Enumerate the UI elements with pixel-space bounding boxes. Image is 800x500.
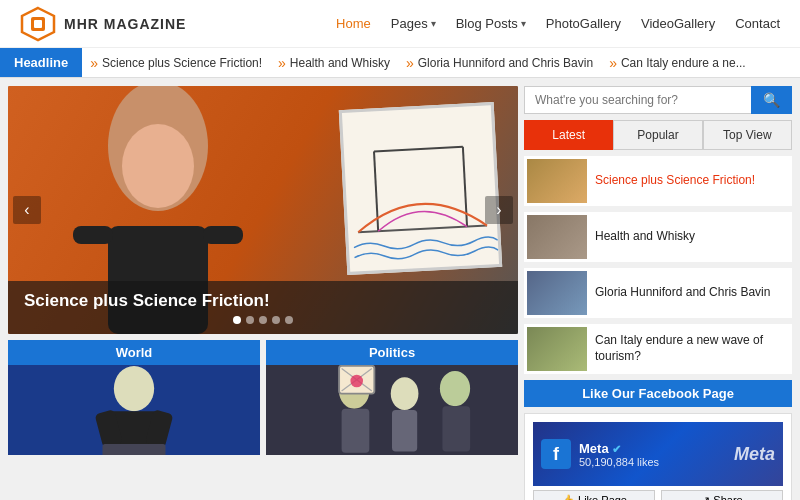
category-section: World Politics [8,340,518,455]
svg-rect-17 [103,444,166,455]
headline-label: Headline [0,48,82,77]
slider-dot-2[interactable] [246,316,254,324]
fb-page-name: Meta ✔ [579,441,659,456]
facebook-inner: f Meta ✔ 50,190,884 likes Meta [533,422,783,486]
blogposts-arrow-icon: ▾ [521,18,526,29]
fb-likes: 50,190,884 likes [579,456,659,468]
main-slider: ‹ › Science plus Science Friction! [8,86,518,334]
news-title-1[interactable]: Science plus Science Friction! [595,173,755,189]
slider-dot-1[interactable] [233,316,241,324]
svg-point-21 [391,377,419,410]
headline-item-1[interactable]: » Science plus Science Friction! [82,55,270,71]
logo-icon [20,6,56,42]
slider-overlay: Science plus Science Friction! [8,281,518,334]
cat-block-politics: Politics [266,340,518,455]
svg-rect-6 [73,226,113,244]
nav-contact[interactable]: Contact [735,16,780,31]
logo-text: MHR MAGAZINE [64,16,186,32]
logo-area: MHR MAGAZINE [20,6,186,42]
main-content: ‹ › Science plus Science Friction! World [0,78,800,500]
right-column: 🔍 Latest Popular Top View Science plus S… [518,86,792,492]
search-input[interactable] [524,86,751,114]
facebook-logo-icon: f [541,439,571,469]
slider-dot-3[interactable] [259,316,267,324]
nav-photo-gallery[interactable]: PhotoGallery [546,16,621,31]
slider-prev-button[interactable]: ‹ [13,196,41,224]
cat-block-world: World [8,340,260,455]
headline-items: » Science plus Science Friction! » Healt… [82,55,800,71]
facebook-box: f Meta ✔ 50,190,884 likes Meta 👍 Like Pa… [524,413,792,500]
facebook-meta: Meta ✔ 50,190,884 likes [579,441,659,468]
nav-home[interactable]: Home [336,16,371,31]
svg-point-4 [122,124,194,208]
news-item-4: Can Italy endure a new wave of tourism? [524,324,792,374]
facebook-share-button[interactable]: ↗ Share [661,490,783,500]
headline-sep-4: » [609,55,617,71]
slider-dot-5[interactable] [285,316,293,324]
drawing-svg [342,105,499,272]
slider-drawing [339,102,502,275]
svg-point-13 [114,366,154,411]
facebook-like-button[interactable]: 👍 Like Page [533,490,655,500]
pages-arrow-icon: ▾ [431,18,436,29]
cat-label-politics[interactable]: Politics [266,340,518,365]
tab-popular[interactable]: Popular [613,120,702,150]
search-box: 🔍 [524,86,792,114]
main-nav: Home Pages ▾ Blog Posts ▾ PhotoGallery V… [336,16,780,31]
sidebar-tabs: Latest Popular Top View [524,120,792,150]
svg-rect-20 [342,409,370,453]
nav-blog-posts[interactable]: Blog Posts ▾ [456,16,526,31]
fb-meta-wordmark: Meta [734,444,775,465]
slider-next-button[interactable]: › [485,196,513,224]
politics-image-svg [266,365,518,455]
news-title-3[interactable]: Gloria Hunniford and Chris Bavin [595,285,770,301]
facebook-section-label: Like Our Facebook Page [524,380,792,407]
news-thumb-3 [527,271,587,315]
svg-rect-22 [392,410,417,452]
headline-sep-3: » [406,55,414,71]
nav-video-gallery[interactable]: VideoGallery [641,16,715,31]
headline-item-2[interactable]: » Health and Whisky [270,55,398,71]
tab-top-view[interactable]: Top View [703,120,792,150]
news-title-2[interactable]: Health and Whisky [595,229,695,245]
news-thumb-4 [527,327,587,371]
header: MHR MAGAZINE Home Pages ▾ Blog Posts ▾ P… [0,0,800,48]
slider-title: Science plus Science Friction! [24,291,502,311]
headline-sep-1: » [90,55,98,71]
headline-sep-2: » [278,55,286,71]
headline-item-3[interactable]: » Gloria Hunniford and Chris Bavin [398,55,601,71]
headline-item-4[interactable]: » Can Italy endure a ne... [601,55,754,71]
news-item-1: Science plus Science Friction! [524,156,792,206]
svg-line-11 [374,147,463,152]
svg-point-23 [440,371,470,406]
svg-rect-7 [203,226,243,244]
facebook-actions: 👍 Like Page ↗ Share [533,490,783,500]
headline-bar: Headline » Science plus Science Friction… [0,48,800,78]
svg-rect-2 [34,20,42,28]
tab-latest[interactable]: Latest [524,120,613,150]
news-item-2: Health and Whisky [524,212,792,262]
left-column: ‹ › Science plus Science Friction! World [8,86,518,492]
fb-verified-icon: ✔ [612,443,621,455]
world-image-svg [8,365,260,455]
cat-image-politics [266,365,518,455]
cat-image-world [8,365,260,455]
news-thumb-2 [527,215,587,259]
cat-label-world[interactable]: World [8,340,260,365]
slider-dots [24,316,502,324]
search-button[interactable]: 🔍 [751,86,792,114]
news-title-4[interactable]: Can Italy endure a new wave of tourism? [595,333,789,364]
news-list: Science plus Science Friction! Health an… [524,156,792,374]
svg-point-28 [350,375,363,388]
news-item-3: Gloria Hunniford and Chris Bavin [524,268,792,318]
nav-pages[interactable]: Pages ▾ [391,16,436,31]
slider-dot-4[interactable] [272,316,280,324]
svg-rect-24 [442,406,470,451]
news-thumb-1 [527,159,587,203]
